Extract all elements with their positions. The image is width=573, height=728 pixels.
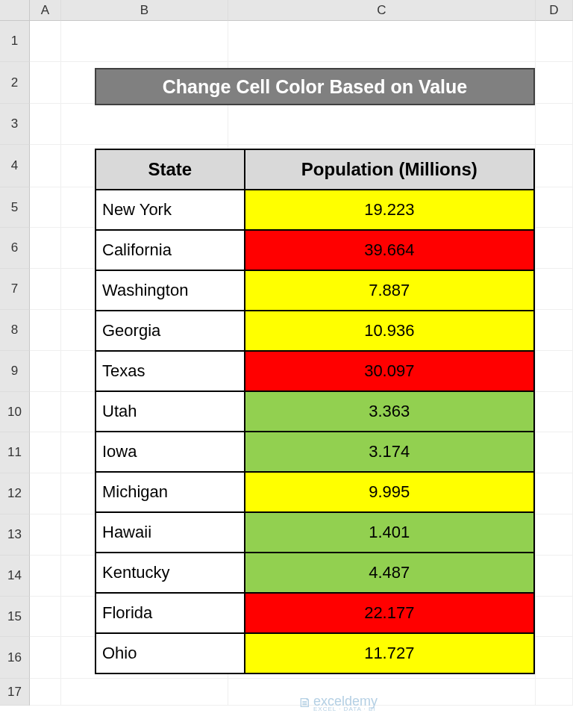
cell-population[interactable]: 4.487 — [245, 553, 534, 593]
cell-C3[interactable] — [228, 104, 536, 145]
cell-population[interactable]: 10.936 — [245, 311, 534, 351]
cell-D12[interactable] — [536, 473, 573, 514]
cell-population[interactable]: 7.887 — [245, 270, 534, 311]
row-header-16[interactable]: 16 — [0, 637, 30, 679]
cell-state[interactable]: Florida — [96, 593, 245, 633]
row-header-12[interactable]: 12 — [0, 473, 30, 514]
cell-D11[interactable] — [536, 432, 573, 473]
row-header-3[interactable]: 3 — [0, 104, 30, 145]
row-header-2[interactable]: 2 — [0, 62, 30, 104]
cell-A1[interactable] — [30, 21, 61, 62]
cell-state[interactable]: Texas — [96, 351, 245, 391]
row-header-5[interactable]: 5 — [0, 187, 30, 228]
table-row: Hawaii1.401 — [96, 512, 534, 553]
cell-B1[interactable] — [61, 21, 228, 62]
cell-D6[interactable] — [536, 228, 573, 269]
cell-population[interactable]: 30.097 — [245, 351, 534, 391]
cell-state[interactable]: Michigan — [96, 472, 245, 512]
cell-A15[interactable] — [30, 597, 61, 637]
row-header-11[interactable]: 11 — [0, 432, 30, 473]
row-header-1[interactable]: 1 — [0, 21, 30, 62]
cell-state[interactable]: Washington — [96, 270, 245, 311]
cell-A3[interactable] — [30, 104, 61, 145]
column-header-D[interactable]: D — [536, 0, 573, 21]
cell-D10[interactable] — [536, 392, 573, 432]
cell-A16[interactable] — [30, 637, 61, 679]
row-header-17[interactable]: 17 — [0, 679, 30, 706]
cell-C1[interactable] — [228, 21, 536, 62]
cell-D14[interactable] — [536, 556, 573, 597]
cell-population[interactable]: 3.363 — [245, 391, 534, 432]
cell-D1[interactable] — [536, 21, 573, 62]
cell-C17[interactable] — [228, 679, 536, 706]
row-header-6[interactable]: 6 — [0, 228, 30, 269]
cell-state[interactable]: Utah — [96, 391, 245, 432]
spreadsheet-icon — [298, 697, 310, 711]
row-header-7[interactable]: 7 — [0, 269, 30, 310]
title-text: Change Cell Color Based on Value — [163, 76, 467, 98]
cell-A4[interactable] — [30, 145, 61, 187]
cell-population[interactable]: 3.174 — [245, 432, 534, 472]
table-row: New York19.223 — [96, 190, 534, 230]
cell-D13[interactable] — [536, 514, 573, 556]
cell-population[interactable]: 1.401 — [245, 512, 534, 553]
header-state[interactable]: State — [96, 149, 245, 190]
cell-D16[interactable] — [536, 637, 573, 679]
cell-D2[interactable] — [536, 62, 573, 104]
row-header-8[interactable]: 8 — [0, 310, 30, 351]
title-merged-cell[interactable]: Change Cell Color Based on Value — [95, 68, 535, 105]
cell-population[interactable]: 9.995 — [245, 472, 534, 512]
row-header-9[interactable]: 9 — [0, 351, 30, 392]
cell-A12[interactable] — [30, 473, 61, 514]
cell-population[interactable]: 11.727 — [245, 633, 534, 673]
cell-A11[interactable] — [30, 432, 61, 473]
cell-state[interactable]: California — [96, 230, 245, 270]
cell-state[interactable]: Hawaii — [96, 512, 245, 553]
column-header-C[interactable]: C — [228, 0, 536, 21]
cell-A9[interactable] — [30, 351, 61, 392]
table-row: Georgia10.936 — [96, 311, 534, 351]
data-table: State Population (Millions) New York19.2… — [95, 149, 535, 674]
header-population[interactable]: Population (Millions) — [245, 149, 534, 190]
cell-population[interactable]: 39.664 — [245, 230, 534, 270]
column-header-B[interactable]: B — [61, 0, 228, 21]
cell-A7[interactable] — [30, 269, 61, 310]
cell-D3[interactable] — [536, 104, 573, 145]
cell-state[interactable]: Ohio — [96, 633, 245, 673]
cell-A10[interactable] — [30, 392, 61, 432]
row-header-15[interactable]: 15 — [0, 597, 30, 637]
cell-B3[interactable] — [61, 104, 228, 145]
table-row: Florida22.177 — [96, 593, 534, 633]
cell-state[interactable]: Kentucky — [96, 553, 245, 593]
cell-D8[interactable] — [536, 310, 573, 351]
row-header-4[interactable]: 4 — [0, 145, 30, 187]
cell-D7[interactable] — [536, 269, 573, 310]
cell-A17[interactable] — [30, 679, 61, 706]
cell-A5[interactable] — [30, 187, 61, 228]
cell-D4[interactable] — [536, 145, 573, 187]
table-row: Utah3.363 — [96, 391, 534, 432]
column-header-A[interactable]: A — [30, 0, 61, 21]
cell-population[interactable]: 19.223 — [245, 190, 534, 230]
row-header-10[interactable]: 10 — [0, 392, 30, 432]
cell-D17[interactable] — [536, 679, 573, 706]
watermark-tagline: EXCEL · DATA · BI — [313, 706, 378, 712]
cell-state[interactable]: New York — [96, 190, 245, 230]
cell-B17[interactable] — [61, 679, 228, 706]
row-header-14[interactable]: 14 — [0, 556, 30, 597]
cell-D15[interactable] — [536, 597, 573, 637]
cell-D9[interactable] — [536, 351, 573, 392]
cell-population[interactable]: 22.177 — [245, 593, 534, 633]
cell-A6[interactable] — [30, 228, 61, 269]
cell-A2[interactable] — [30, 62, 61, 104]
cell-A13[interactable] — [30, 514, 61, 556]
cell-A14[interactable] — [30, 556, 61, 597]
cell-A8[interactable] — [30, 310, 61, 351]
row-header-13[interactable]: 13 — [0, 514, 30, 556]
table-row: Iowa3.174 — [96, 432, 534, 472]
table-row: Washington7.887 — [96, 270, 534, 311]
cell-state[interactable]: Georgia — [96, 311, 245, 351]
cell-state[interactable]: Iowa — [96, 432, 245, 472]
cell-D5[interactable] — [536, 187, 573, 228]
select-all-corner[interactable] — [0, 0, 30, 21]
